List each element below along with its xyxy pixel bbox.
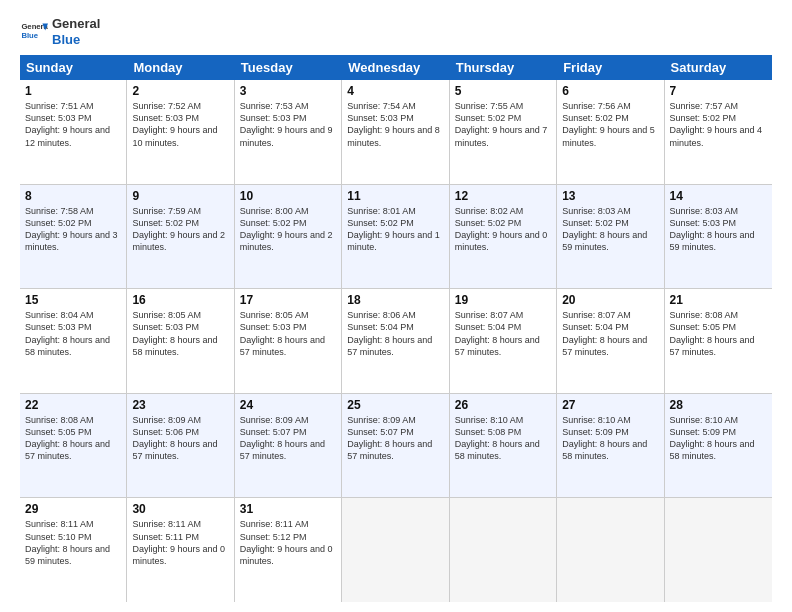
day-number: 2 (132, 84, 228, 98)
day-number: 16 (132, 293, 228, 307)
logo: General Blue General Blue (20, 16, 100, 47)
day-info: Sunrise: 8:08 AM Sunset: 5:05 PM Dayligh… (25, 414, 121, 463)
day-info: Sunrise: 8:09 AM Sunset: 5:07 PM Dayligh… (240, 414, 336, 463)
day-number: 23 (132, 398, 228, 412)
day-info: Sunrise: 8:07 AM Sunset: 5:04 PM Dayligh… (562, 309, 658, 358)
header-day-thursday: Thursday (450, 55, 557, 80)
calendar-day-18: 18Sunrise: 8:06 AM Sunset: 5:04 PM Dayli… (342, 289, 449, 393)
calendar-day-2: 2Sunrise: 7:52 AM Sunset: 5:03 PM Daylig… (127, 80, 234, 184)
calendar-day-empty (342, 498, 449, 602)
calendar-page: General Blue General Blue SundayMondayTu… (0, 0, 792, 612)
calendar-day-empty (665, 498, 772, 602)
calendar-day-15: 15Sunrise: 8:04 AM Sunset: 5:03 PM Dayli… (20, 289, 127, 393)
logo-blue-text: Blue (52, 32, 100, 48)
day-info: Sunrise: 8:03 AM Sunset: 5:02 PM Dayligh… (562, 205, 658, 254)
calendar-day-5: 5Sunrise: 7:55 AM Sunset: 5:02 PM Daylig… (450, 80, 557, 184)
logo-icon: General Blue (20, 18, 48, 46)
day-number: 29 (25, 502, 121, 516)
day-number: 5 (455, 84, 551, 98)
day-number: 6 (562, 84, 658, 98)
calendar-day-empty (557, 498, 664, 602)
calendar-day-12: 12Sunrise: 8:02 AM Sunset: 5:02 PM Dayli… (450, 185, 557, 289)
calendar-day-25: 25Sunrise: 8:09 AM Sunset: 5:07 PM Dayli… (342, 394, 449, 498)
day-number: 30 (132, 502, 228, 516)
calendar-day-7: 7Sunrise: 7:57 AM Sunset: 5:02 PM Daylig… (665, 80, 772, 184)
day-info: Sunrise: 8:01 AM Sunset: 5:02 PM Dayligh… (347, 205, 443, 254)
calendar-day-19: 19Sunrise: 8:07 AM Sunset: 5:04 PM Dayli… (450, 289, 557, 393)
day-info: Sunrise: 7:58 AM Sunset: 5:02 PM Dayligh… (25, 205, 121, 254)
day-number: 11 (347, 189, 443, 203)
header-day-wednesday: Wednesday (342, 55, 449, 80)
day-number: 7 (670, 84, 767, 98)
day-number: 17 (240, 293, 336, 307)
day-info: Sunrise: 8:02 AM Sunset: 5:02 PM Dayligh… (455, 205, 551, 254)
calendar-day-30: 30Sunrise: 8:11 AM Sunset: 5:11 PM Dayli… (127, 498, 234, 602)
calendar-day-6: 6Sunrise: 7:56 AM Sunset: 5:02 PM Daylig… (557, 80, 664, 184)
day-info: Sunrise: 7:53 AM Sunset: 5:03 PM Dayligh… (240, 100, 336, 149)
day-info: Sunrise: 8:05 AM Sunset: 5:03 PM Dayligh… (240, 309, 336, 358)
calendar-week-2: 8Sunrise: 7:58 AM Sunset: 5:02 PM Daylig… (20, 185, 772, 290)
header-day-friday: Friday (557, 55, 664, 80)
day-number: 26 (455, 398, 551, 412)
day-number: 28 (670, 398, 767, 412)
calendar-day-24: 24Sunrise: 8:09 AM Sunset: 5:07 PM Dayli… (235, 394, 342, 498)
day-info: Sunrise: 8:11 AM Sunset: 5:11 PM Dayligh… (132, 518, 228, 567)
header-day-monday: Monday (127, 55, 234, 80)
day-number: 9 (132, 189, 228, 203)
calendar-day-27: 27Sunrise: 8:10 AM Sunset: 5:09 PM Dayli… (557, 394, 664, 498)
calendar-day-20: 20Sunrise: 8:07 AM Sunset: 5:04 PM Dayli… (557, 289, 664, 393)
day-info: Sunrise: 7:57 AM Sunset: 5:02 PM Dayligh… (670, 100, 767, 149)
day-number: 31 (240, 502, 336, 516)
day-number: 10 (240, 189, 336, 203)
day-info: Sunrise: 8:00 AM Sunset: 5:02 PM Dayligh… (240, 205, 336, 254)
calendar-day-13: 13Sunrise: 8:03 AM Sunset: 5:02 PM Dayli… (557, 185, 664, 289)
day-info: Sunrise: 8:11 AM Sunset: 5:12 PM Dayligh… (240, 518, 336, 567)
calendar: SundayMondayTuesdayWednesdayThursdayFrid… (20, 55, 772, 602)
calendar-day-21: 21Sunrise: 8:08 AM Sunset: 5:05 PM Dayli… (665, 289, 772, 393)
day-number: 25 (347, 398, 443, 412)
calendar-body: 1Sunrise: 7:51 AM Sunset: 5:03 PM Daylig… (20, 80, 772, 602)
day-info: Sunrise: 7:54 AM Sunset: 5:03 PM Dayligh… (347, 100, 443, 149)
day-info: Sunrise: 8:09 AM Sunset: 5:06 PM Dayligh… (132, 414, 228, 463)
day-info: Sunrise: 8:09 AM Sunset: 5:07 PM Dayligh… (347, 414, 443, 463)
calendar-week-3: 15Sunrise: 8:04 AM Sunset: 5:03 PM Dayli… (20, 289, 772, 394)
day-number: 13 (562, 189, 658, 203)
calendar-day-26: 26Sunrise: 8:10 AM Sunset: 5:08 PM Dayli… (450, 394, 557, 498)
calendar-day-29: 29Sunrise: 8:11 AM Sunset: 5:10 PM Dayli… (20, 498, 127, 602)
calendar-day-31: 31Sunrise: 8:11 AM Sunset: 5:12 PM Dayli… (235, 498, 342, 602)
day-number: 3 (240, 84, 336, 98)
calendar-header: SundayMondayTuesdayWednesdayThursdayFrid… (20, 55, 772, 80)
calendar-day-4: 4Sunrise: 7:54 AM Sunset: 5:03 PM Daylig… (342, 80, 449, 184)
day-number: 8 (25, 189, 121, 203)
calendar-week-5: 29Sunrise: 8:11 AM Sunset: 5:10 PM Dayli… (20, 498, 772, 602)
logo-general-text: General (52, 16, 100, 32)
day-number: 19 (455, 293, 551, 307)
calendar-day-23: 23Sunrise: 8:09 AM Sunset: 5:06 PM Dayli… (127, 394, 234, 498)
day-number: 24 (240, 398, 336, 412)
day-info: Sunrise: 8:11 AM Sunset: 5:10 PM Dayligh… (25, 518, 121, 567)
day-number: 4 (347, 84, 443, 98)
day-info: Sunrise: 7:59 AM Sunset: 5:02 PM Dayligh… (132, 205, 228, 254)
calendar-day-14: 14Sunrise: 8:03 AM Sunset: 5:03 PM Dayli… (665, 185, 772, 289)
calendar-week-1: 1Sunrise: 7:51 AM Sunset: 5:03 PM Daylig… (20, 80, 772, 185)
day-info: Sunrise: 8:05 AM Sunset: 5:03 PM Dayligh… (132, 309, 228, 358)
day-info: Sunrise: 7:52 AM Sunset: 5:03 PM Dayligh… (132, 100, 228, 149)
calendar-day-10: 10Sunrise: 8:00 AM Sunset: 5:02 PM Dayli… (235, 185, 342, 289)
day-number: 12 (455, 189, 551, 203)
day-info: Sunrise: 8:10 AM Sunset: 5:09 PM Dayligh… (562, 414, 658, 463)
day-number: 20 (562, 293, 658, 307)
day-info: Sunrise: 8:10 AM Sunset: 5:08 PM Dayligh… (455, 414, 551, 463)
day-number: 18 (347, 293, 443, 307)
day-info: Sunrise: 8:04 AM Sunset: 5:03 PM Dayligh… (25, 309, 121, 358)
day-info: Sunrise: 8:10 AM Sunset: 5:09 PM Dayligh… (670, 414, 767, 463)
calendar-day-3: 3Sunrise: 7:53 AM Sunset: 5:03 PM Daylig… (235, 80, 342, 184)
day-number: 27 (562, 398, 658, 412)
calendar-day-empty (450, 498, 557, 602)
calendar-day-8: 8Sunrise: 7:58 AM Sunset: 5:02 PM Daylig… (20, 185, 127, 289)
day-info: Sunrise: 7:56 AM Sunset: 5:02 PM Dayligh… (562, 100, 658, 149)
header-day-sunday: Sunday (20, 55, 127, 80)
calendar-day-11: 11Sunrise: 8:01 AM Sunset: 5:02 PM Dayli… (342, 185, 449, 289)
day-info: Sunrise: 7:51 AM Sunset: 5:03 PM Dayligh… (25, 100, 121, 149)
day-number: 14 (670, 189, 767, 203)
calendar-day-16: 16Sunrise: 8:05 AM Sunset: 5:03 PM Dayli… (127, 289, 234, 393)
